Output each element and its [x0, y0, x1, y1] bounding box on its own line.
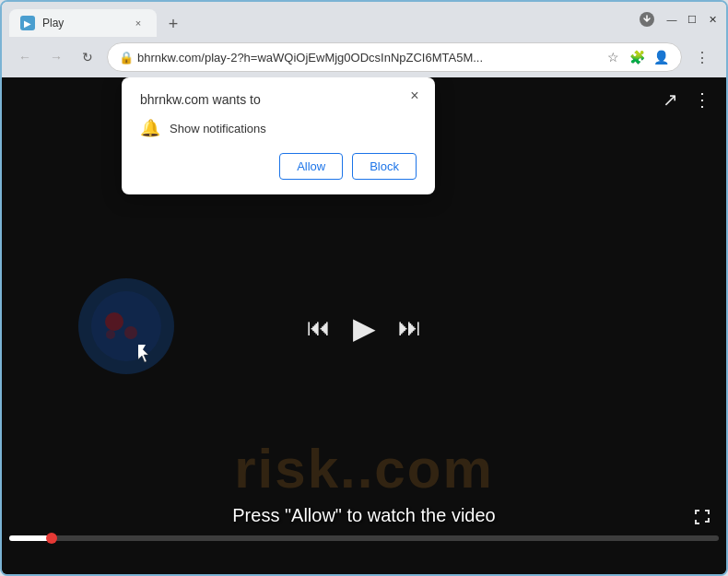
title-bar: ▶ Play × + — ☐ ✕: [2, 2, 726, 37]
download-icon[interactable]: [639, 11, 655, 28]
video-logo: [76, 276, 177, 377]
address-bar: ← → ↻ 🔒 bhrnkw.com/play-2?h=waWQiOjEwMjg…: [2, 37, 726, 77]
minimize-button[interactable]: —: [665, 13, 678, 26]
skip-forward-button[interactable]: ⏭: [398, 313, 422, 342]
skip-back-button[interactable]: ⏮: [307, 313, 331, 342]
popup-permission-row: 🔔 Show notifications: [140, 118, 417, 138]
active-tab[interactable]: ▶ Play ×: [9, 9, 157, 37]
popup-close-button[interactable]: ×: [405, 87, 424, 105]
tab-favicon: ▶: [20, 16, 35, 30]
video-top-right-controls: ↗ ⋮: [663, 88, 711, 111]
reload-button[interactable]: ↻: [76, 45, 100, 69]
tab-title: Play: [42, 17, 123, 29]
subtitle-text: Press "Allow" to watch the video: [232, 505, 495, 526]
popup-permission-label: Show notifications: [170, 122, 266, 135]
svg-point-5: [106, 330, 115, 339]
popup-actions: Allow Block: [140, 153, 417, 180]
download-icon-area: [636, 8, 658, 30]
url-text: bhrnkw.com/play-2?h=waWQiOjEwMjg0ODcsInN…: [137, 51, 598, 65]
browser-window: ▶ Play × + — ☐ ✕ ← → ↻ 🔒 bhrnkw.com/pla: [0, 0, 728, 576]
close-button[interactable]: ✕: [706, 13, 719, 26]
url-bar[interactable]: 🔒 bhrnkw.com/play-2?h=waWQiOjEwMjg0ODcsI…: [107, 42, 682, 72]
page-content: risk..com ↗ ⋮ ⏮ ▶ ⏭: [2, 77, 726, 574]
block-button[interactable]: Block: [352, 153, 417, 180]
notification-popup: × bhrnkw.com wants to 🔔 Show notificatio…: [122, 77, 435, 194]
more-options-icon[interactable]: ⋮: [693, 88, 711, 111]
back-button[interactable]: ←: [13, 45, 37, 69]
bookmark-icon[interactable]: ☆: [604, 48, 622, 66]
forward-button[interactable]: →: [44, 45, 68, 69]
allow-button[interactable]: Allow: [279, 153, 343, 180]
lock-icon: 🔒: [119, 51, 132, 64]
video-progress-area: [2, 535, 726, 574]
watermark-text: risk..com: [234, 437, 493, 500]
new-tab-button[interactable]: +: [160, 11, 186, 37]
bell-icon: 🔔: [140, 118, 160, 138]
menu-button[interactable]: ⋮: [689, 44, 715, 70]
tab-area: ▶ Play × +: [9, 2, 636, 37]
share-icon[interactable]: ↗: [663, 88, 678, 111]
svg-point-4: [124, 326, 137, 339]
progress-fill: [9, 535, 52, 541]
svg-point-2: [91, 291, 161, 361]
toolbar-icons: ⋮: [689, 44, 715, 70]
progress-bar[interactable]: [9, 535, 719, 541]
fullscreen-button[interactable]: [693, 508, 711, 530]
window-controls: — ☐ ✕: [665, 13, 719, 26]
tab-close-button[interactable]: ×: [131, 16, 146, 30]
maximize-button[interactable]: ☐: [686, 13, 699, 26]
video-controls-row: ⏮ ▶ ⏭: [292, 300, 437, 353]
play-button[interactable]: ▶: [353, 311, 376, 346]
popup-title: bhrnkw.com wants to: [140, 92, 417, 107]
profile-icon[interactable]: 👤: [652, 48, 670, 66]
extensions-icon[interactable]: 🧩: [628, 48, 646, 66]
svg-point-3: [105, 312, 123, 331]
url-icons: ☆ 🧩 👤: [604, 48, 670, 66]
